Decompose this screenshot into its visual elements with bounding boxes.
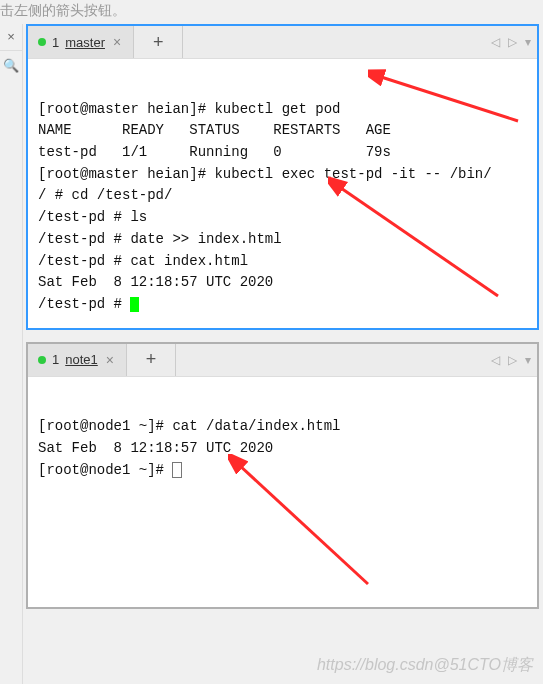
search-icon[interactable]: 🔍 <box>0 53 22 77</box>
terminal-line: [root@node1 ~]# cat /data/index.html <box>38 418 340 434</box>
tab-nav-menu-icon[interactable]: ▾ <box>525 35 531 49</box>
tab-note1[interactable]: 1 note1 × <box>28 344 127 376</box>
tab-index: 1 <box>52 352 59 367</box>
terminal-line: [root@master heian]# kubectl get pod <box>38 101 340 117</box>
close-sidebar-button[interactable]: × <box>0 24 22 48</box>
cursor-icon <box>130 297 139 312</box>
tab-nav-left-icon[interactable]: ◁ <box>491 353 500 367</box>
tab-nav: ◁ ▷ ▾ <box>491 26 531 58</box>
tab-add-button[interactable]: + <box>134 26 183 58</box>
hint-text: 击左侧的箭头按钮。 <box>0 0 543 24</box>
terminal-line: /test-pd # <box>38 296 130 312</box>
tab-close-icon[interactable]: × <box>104 352 116 368</box>
status-dot-icon <box>38 356 46 364</box>
tab-add-button[interactable]: + <box>127 344 176 376</box>
terminal-line: [root@master heian]# kubectl exec test-p… <box>38 166 492 182</box>
tab-label: master <box>65 35 105 50</box>
terminal-line: /test-pd # cat index.html <box>38 253 248 269</box>
terminal-line: NAME READY STATUS RESTARTS AGE <box>38 122 391 138</box>
tab-nav-menu-icon[interactable]: ▾ <box>525 353 531 367</box>
terminal-line: Sat Feb 8 12:18:57 UTC 2020 <box>38 440 273 456</box>
cursor-icon <box>172 462 182 478</box>
terminal-output[interactable]: [root@master heian]# kubectl get pod NAM… <box>28 59 537 328</box>
left-sidebar: × 🔍 <box>0 24 23 684</box>
sidebar-separator <box>0 50 22 51</box>
terminal-pane-master: 1 master × + ◁ ▷ ▾ [root@master heian]# … <box>26 24 539 330</box>
tab-nav-right-icon[interactable]: ▷ <box>508 35 517 49</box>
terminal-line: / # cd /test-pd/ <box>38 187 172 203</box>
terminal-line: /test-pd # date >> index.html <box>38 231 282 247</box>
terminal-pane-note1: 1 note1 × + ◁ ▷ ▾ [root@node1 ~]# cat /d… <box>26 342 539 609</box>
terminal-line: test-pd 1/1 Running 0 79s <box>38 144 391 160</box>
terminal-line: [root@node1 ~]# <box>38 462 172 478</box>
tab-close-icon[interactable]: × <box>111 34 123 50</box>
tab-bar: 1 note1 × + ◁ ▷ ▾ <box>28 344 537 377</box>
terminal-output[interactable]: [root@node1 ~]# cat /data/index.html Sat… <box>28 377 537 607</box>
terminal-line: Sat Feb 8 12:18:57 UTC 2020 <box>38 274 273 290</box>
tab-nav: ◁ ▷ ▾ <box>491 344 531 376</box>
tab-nav-right-icon[interactable]: ▷ <box>508 353 517 367</box>
tab-bar: 1 master × + ◁ ▷ ▾ <box>28 26 537 59</box>
tab-label: note1 <box>65 352 98 367</box>
tab-index: 1 <box>52 35 59 50</box>
watermark: https://blog.csdn@51CTO博客 <box>317 655 533 676</box>
page: 击左侧的箭头按钮。 × 🔍 1 master × + ◁ ▷ ▾ <box>0 0 543 684</box>
terminal-line: /test-pd # ls <box>38 209 147 225</box>
status-dot-icon <box>38 38 46 46</box>
tab-master[interactable]: 1 master × <box>28 26 134 58</box>
panes-container: 1 master × + ◁ ▷ ▾ [root@master heian]# … <box>22 24 543 621</box>
tab-nav-left-icon[interactable]: ◁ <box>491 35 500 49</box>
